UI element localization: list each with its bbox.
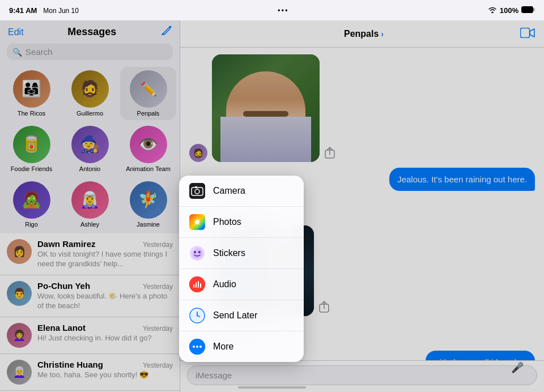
svg-rect-1 <box>522 6 533 12</box>
more-icon <box>189 339 205 355</box>
status-time: 9:41 AM Mon Jun 10 <box>9 6 79 15</box>
svg-point-24 <box>193 346 195 348</box>
audio-icon <box>189 276 205 292</box>
svg-point-25 <box>196 346 198 348</box>
battery-percent: 100% <box>500 6 518 15</box>
popup-label-stickers: Stickers <box>213 248 245 258</box>
svg-rect-19 <box>200 283 201 288</box>
popup-label-audio: Audio <box>213 279 236 289</box>
status-bar: 9:41 AM Mon Jun 10 ••• 100% <box>0 0 544 20</box>
popup-label-photos: Photos <box>213 217 241 227</box>
popup-item-audio[interactable]: Audio <box>179 269 304 300</box>
svg-point-13 <box>194 251 196 253</box>
svg-rect-18 <box>198 281 199 288</box>
status-dots: ••• <box>278 6 289 15</box>
svg-point-15 <box>189 276 205 292</box>
svg-rect-9 <box>195 186 197 188</box>
popup-item-sendlater[interactable]: Send Later <box>179 300 304 331</box>
popup-item-more[interactable]: More <box>179 331 304 362</box>
popup-item-camera[interactable]: Camera <box>179 176 304 207</box>
popup-menu: Camera <box>179 176 304 362</box>
popup-label-sendlater: Send Later <box>213 310 257 321</box>
svg-rect-17 <box>196 282 197 288</box>
svg-point-14 <box>198 251 201 253</box>
wifi-icon <box>488 6 497 15</box>
svg-point-0 <box>491 11 493 13</box>
svg-point-22 <box>196 314 198 317</box>
popup-label-more: More <box>213 342 233 352</box>
photos-icon <box>189 214 205 230</box>
sendlater-icon <box>189 308 205 323</box>
svg-point-26 <box>199 346 202 348</box>
stickers-icon <box>189 245 205 261</box>
svg-rect-16 <box>193 284 194 288</box>
camera-icon <box>189 183 205 199</box>
popup-label-camera: Camera <box>213 186 245 196</box>
popup-item-stickers[interactable]: Stickers <box>179 238 304 269</box>
status-right: 100% <box>488 6 535 15</box>
battery-icon <box>521 6 535 15</box>
svg-rect-2 <box>533 8 535 11</box>
popup-item-photos[interactable]: Photos <box>179 207 304 238</box>
